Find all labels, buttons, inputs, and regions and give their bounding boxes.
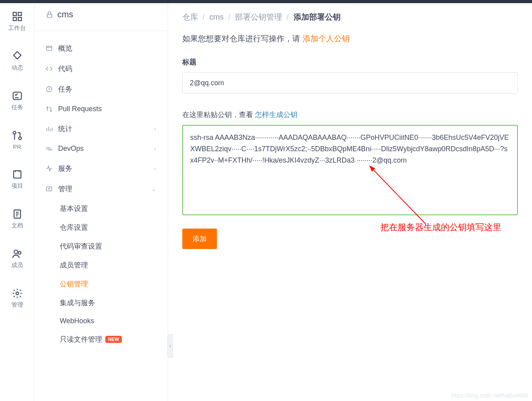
watermark: https://blog.csdn.net/haibo0668: [451, 392, 528, 399]
leftnav-dashboard[interactable]: 工作台: [8, 11, 26, 32]
leftnav-activity[interactable]: 动态: [11, 51, 23, 71]
leftnav-docs[interactable]: 文档: [11, 209, 23, 229]
submenu-integrations[interactable]: 集成与服务: [52, 293, 168, 312]
dashboard-icon: [12, 11, 23, 22]
leftnav-settings[interactable]: 管理: [11, 288, 23, 309]
leftnav-tasks[interactable]: 任务: [11, 90, 23, 111]
settings-icon: [12, 288, 23, 299]
svg-rect-4: [13, 92, 21, 100]
leftnav-label: 任务: [11, 104, 23, 111]
pull-request-icon: [46, 106, 53, 113]
chevron-right-icon: ›: [154, 126, 156, 132]
members-icon: [12, 248, 23, 259]
devops-icon: [46, 145, 53, 152]
menu-label: Pull Requests: [58, 105, 102, 113]
svg-rect-0: [13, 13, 16, 16]
svg-rect-13: [46, 46, 52, 51]
hint-text: 如果您想要对仓库进行写操作，请 添加个人公钥: [182, 33, 518, 44]
submenu-keys[interactable]: 公钥管理: [52, 275, 168, 293]
breadcrumb-repo[interactable]: 仓库: [182, 13, 198, 21]
submenu-label: 公钥管理: [60, 279, 88, 289]
repo-header: cms: [35, 9, 168, 31]
menu-code[interactable]: 代码: [35, 59, 168, 79]
submenu-label: 代码审查设置: [60, 242, 102, 251]
submenu-basic[interactable]: 基本设置: [52, 199, 168, 218]
breadcrumb-sep: /: [287, 13, 289, 21]
title-label: 标题: [182, 57, 518, 67]
overview-icon: [46, 45, 53, 52]
menu-label: 代码: [58, 64, 72, 73]
menu-label: 服务: [58, 164, 72, 173]
breadcrumb-cms[interactable]: cms: [209, 13, 224, 21]
top-bar: [0, 0, 532, 3]
title-input[interactable]: [182, 72, 518, 93]
leftnav-label: 工作台: [8, 24, 26, 32]
leftnav-label: PR: [13, 143, 21, 150]
code-icon: [46, 65, 53, 72]
chevron-right-icon: ›: [154, 165, 156, 172]
task-icon: [12, 90, 23, 101]
menu-label: DevOps: [58, 145, 84, 153]
menu-services[interactable]: 服务 ›: [35, 158, 168, 179]
breadcrumb-sep: /: [203, 13, 205, 21]
breadcrumb-current: 添加部署公钥: [294, 13, 341, 21]
sidebar-menu: 概览 代码 任务 Pull Requests 统计 › DevOps: [35, 31, 168, 349]
leftnav-label: 项目: [11, 182, 23, 190]
submenu-label: 基本设置: [60, 204, 88, 213]
breadcrumb: 仓库 / cms / 部署公钥管理 / 添加部署公钥: [182, 12, 518, 22]
submenu-label: 集成与服务: [60, 298, 95, 308]
svg-point-6: [18, 137, 21, 140]
menu-devops[interactable]: DevOps ›: [35, 139, 168, 158]
svg-rect-12: [47, 14, 52, 17]
svg-rect-3: [18, 17, 21, 20]
submenu-review[interactable]: 代码审查设置: [52, 237, 168, 256]
menu-pr[interactable]: Pull Requests: [35, 99, 168, 119]
public-key-textarea[interactable]: [182, 125, 518, 215]
submenu-repo[interactable]: 仓库设置: [52, 218, 168, 237]
tasks-icon: [46, 86, 53, 93]
howto-link[interactable]: 怎样生成公钥: [255, 111, 297, 119]
hint-prefix: 如果您想要对仓库进行写操作，请: [182, 34, 303, 43]
menu-tasks[interactable]: 任务: [35, 79, 168, 99]
annotation-text: 把在服务器生成的公钥填写这里: [380, 222, 501, 233]
project-icon: [12, 169, 23, 180]
menu-stats[interactable]: 统计 ›: [35, 119, 168, 139]
submenu-label: 只读文件管理: [60, 335, 102, 344]
leftnav-pr[interactable]: PR: [12, 130, 23, 150]
leftnav-label: 成员: [11, 262, 23, 269]
stats-icon: [46, 125, 53, 132]
pr-icon: [12, 130, 23, 141]
services-icon: [46, 165, 53, 172]
chevron-down-icon: ⌄: [151, 186, 156, 192]
chevron-right-icon: ›: [154, 146, 156, 152]
submenu-members[interactable]: 成员管理: [52, 256, 168, 275]
submenu-readonly[interactable]: 只读文件管理 NEW: [52, 330, 168, 349]
menu-overview[interactable]: 概览: [35, 38, 168, 59]
breadcrumb-deploy[interactable]: 部署公钥管理: [235, 13, 282, 21]
add-button[interactable]: 添加: [182, 229, 217, 249]
svg-point-15: [47, 107, 48, 108]
svg-rect-1: [18, 13, 21, 16]
svg-rect-17: [46, 187, 52, 191]
leftnav: 工作台 动态 任务 PR 项目 文档 成员 管理: [0, 0, 35, 401]
add-personal-key-link[interactable]: 添加个人公钥: [303, 34, 350, 43]
docs-icon: [12, 209, 23, 220]
svg-rect-7: [13, 171, 21, 178]
activity-icon: [12, 51, 23, 62]
submenu-webhooks[interactable]: WebHooks: [52, 312, 168, 330]
leftnav-project[interactable]: 项目: [11, 169, 23, 190]
svg-point-10: [18, 251, 21, 254]
leftnav-label: 管理: [11, 301, 23, 309]
leftnav-label: 动态: [11, 64, 23, 71]
new-badge: NEW: [105, 336, 122, 343]
leftnav-members[interactable]: 成员: [11, 248, 23, 269]
menu-label: 任务: [58, 84, 72, 94]
main: 仓库 / cms / 部署公钥管理 / 添加部署公钥 如果您想要对仓库进行写操作…: [168, 0, 532, 401]
manage-icon: [46, 185, 53, 192]
menu-label: 管理: [58, 184, 72, 194]
paste-prefix: 在这里粘贴公钥，查看: [182, 111, 255, 119]
paste-label: 在这里粘贴公钥，查看 怎样生成公钥: [182, 110, 518, 119]
breadcrumb-sep: /: [228, 13, 231, 21]
submenu: 基本设置 仓库设置 代码审查设置 成员管理 公钥管理 集成与服务 WebHook…: [35, 199, 168, 349]
menu-manage[interactable]: 管理 ⌄: [35, 179, 168, 199]
